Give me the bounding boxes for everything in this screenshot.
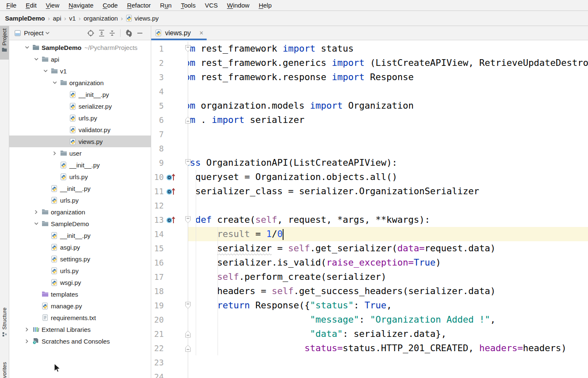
- gutter[interactable]: 22: [151, 341, 188, 355]
- tree-item-sampledemo[interactable]: SampleDemo: [9, 218, 151, 229]
- code-text[interactable]: "message": "Organization Added !",: [188, 313, 588, 327]
- gutter[interactable]: 9: [151, 156, 188, 170]
- tree-item-manage-py[interactable]: manage.py: [9, 300, 151, 312]
- tree-item-wsgi-py[interactable]: wsgi.py: [9, 276, 151, 288]
- gutter[interactable]: 16: [151, 255, 188, 270]
- fold-region-end-icon[interactable]: [185, 344, 191, 352]
- gutter[interactable]: 3: [151, 70, 188, 84]
- code-text[interactable]: serializer.is_valid(raise_exception=True…: [188, 255, 588, 270]
- tree-item-__init__-py[interactable]: __init__.py: [9, 229, 151, 241]
- chevron-collapsed-icon[interactable]: [22, 327, 32, 332]
- fold-region-start-icon[interactable]: [185, 216, 191, 224]
- gutter[interactable]: 1: [151, 42, 188, 56]
- menu-window[interactable]: Window: [223, 2, 254, 9]
- overrides-method-icon[interactable]: [164, 173, 178, 181]
- gutter[interactable]: 17: [151, 270, 188, 284]
- gutter[interactable]: 8: [151, 141, 188, 156]
- tab-close-icon[interactable]: ×: [200, 29, 203, 37]
- gutter[interactable]: 24: [151, 370, 188, 378]
- code-text[interactable]: result = 1/0: [188, 227, 588, 241]
- tree-item-urls-py[interactable]: urls.py: [9, 194, 151, 206]
- tree-item-urls-py[interactable]: urls.py: [9, 171, 151, 182]
- fold-region-start-icon[interactable]: [185, 302, 191, 310]
- gutter[interactable]: 21: [151, 327, 188, 341]
- fold-region-end-icon[interactable]: [185, 116, 191, 124]
- code-text[interactable]: [188, 370, 588, 378]
- tree-item-scratches-and-consoles[interactable]: Scratches and Consoles: [9, 335, 151, 347]
- gutter[interactable]: 6: [151, 113, 188, 127]
- gutter[interactable]: 20: [151, 313, 188, 327]
- code-text[interactable]: from rest_framework.generics import (Lis…: [188, 56, 588, 70]
- breadcrumb-item-views-py[interactable]: views.py: [126, 15, 159, 22]
- menu-file[interactable]: File: [2, 2, 21, 9]
- chevron-collapsed-icon[interactable]: [22, 339, 32, 344]
- stripe-tab-structure[interactable]: Structure: [0, 305, 9, 347]
- gutter[interactable]: 13: [151, 213, 188, 227]
- tree-item-serializer-py[interactable]: serializer.py: [9, 100, 151, 112]
- chevron-collapsed-icon[interactable]: [31, 210, 41, 214]
- tree-item-asgi-py[interactable]: asgi.py: [9, 241, 151, 253]
- overrides-method-icon[interactable]: [164, 216, 178, 224]
- menu-tools[interactable]: Tools: [176, 2, 200, 9]
- code-text[interactable]: from rest_framework import status: [188, 42, 588, 56]
- gutter[interactable]: 15: [151, 241, 188, 255]
- stripe-tab-favorites[interactable]: Favorites: [0, 360, 9, 378]
- gutter[interactable]: 14: [151, 227, 188, 241]
- code-text[interactable]: self.perform_create(serializer): [188, 270, 588, 284]
- tab-views-py[interactable]: views.py ×: [151, 26, 207, 40]
- chevron-expanded-icon[interactable]: [50, 81, 60, 84]
- tree-item-v1[interactable]: v1: [9, 65, 151, 77]
- gutter[interactable]: 12: [151, 198, 188, 213]
- chevron-expanded-icon[interactable]: [31, 222, 41, 225]
- tree-item-external-libraries[interactable]: External Libraries: [9, 323, 151, 335]
- gear-icon[interactable]: [125, 29, 133, 37]
- code-text[interactable]: [188, 141, 588, 156]
- locate-file-icon[interactable]: [87, 29, 94, 37]
- code-text[interactable]: serializer = self.get_serializer(data=re…: [188, 241, 588, 255]
- expand-all-icon[interactable]: [98, 29, 105, 37]
- breadcrumb-item-v1[interactable]: v1: [69, 15, 76, 22]
- chevron-expanded-icon[interactable]: [31, 57, 41, 61]
- stripe-tab-project[interactable]: Project: [0, 26, 9, 60]
- tree-item-validator-py[interactable]: validator.py: [9, 124, 151, 136]
- code-editor[interactable]: 1from rest_framework import status2from …: [151, 40, 588, 378]
- gutter[interactable]: 7: [151, 127, 188, 141]
- code-text[interactable]: [188, 84, 588, 99]
- menu-vcs[interactable]: VCS: [200, 2, 223, 9]
- tree-item-__init__-py[interactable]: __init__.py: [9, 89, 151, 100]
- chevron-collapsed-icon[interactable]: [50, 151, 60, 156]
- gutter[interactable]: 5: [151, 99, 188, 113]
- code-text[interactable]: [188, 355, 588, 370]
- code-text[interactable]: from . import serializer: [188, 113, 588, 127]
- code-text[interactable]: from rest_framework.response import Resp…: [188, 70, 588, 84]
- tree-item-organization[interactable]: organization: [9, 206, 151, 218]
- panel-title[interactable]: Project: [24, 29, 44, 36]
- gutter[interactable]: 19: [151, 298, 188, 313]
- tree-item-templates[interactable]: templates: [9, 288, 151, 300]
- tree-item-organization[interactable]: organization: [9, 77, 151, 89]
- hide-panel-icon[interactable]: [136, 30, 143, 36]
- code-text[interactable]: class OrganizationAPI(ListCreateAPIView)…: [188, 156, 588, 170]
- fold-region-start-icon[interactable]: [185, 45, 191, 53]
- tree-item-__init__-py[interactable]: __init__.py: [9, 182, 151, 194]
- menu-view[interactable]: View: [41, 2, 64, 9]
- gutter[interactable]: 18: [151, 284, 188, 298]
- code-text[interactable]: queryset = Organization.objects.all(): [188, 170, 588, 184]
- tree-item-user[interactable]: user: [9, 147, 151, 159]
- tree-item-urls-py[interactable]: urls.py: [9, 112, 151, 124]
- menu-run[interactable]: Run: [155, 2, 176, 9]
- fold-region-start-icon[interactable]: [185, 159, 191, 167]
- code-text[interactable]: def create(self, request, *args, **kwarg…: [188, 213, 588, 227]
- tree-item-urls-py[interactable]: urls.py: [9, 265, 151, 276]
- gutter[interactable]: 2: [151, 56, 188, 70]
- chevron-expanded-icon[interactable]: [22, 46, 32, 49]
- code-text[interactable]: [188, 198, 588, 213]
- chevron-down-icon[interactable]: [45, 31, 50, 34]
- tree-item-api[interactable]: api: [9, 53, 151, 65]
- code-text[interactable]: serializer_class = serializer.Organizati…: [188, 184, 588, 198]
- tree-item-views-py[interactable]: views.py: [9, 136, 151, 147]
- tree-item-sampledemo[interactable]: SampleDemo~/PycharmProjects: [9, 42, 151, 53]
- breadcrumb-item-api[interactable]: api: [53, 15, 61, 22]
- menu-edit[interactable]: Edit: [21, 2, 41, 9]
- collapse-all-icon[interactable]: [109, 29, 116, 37]
